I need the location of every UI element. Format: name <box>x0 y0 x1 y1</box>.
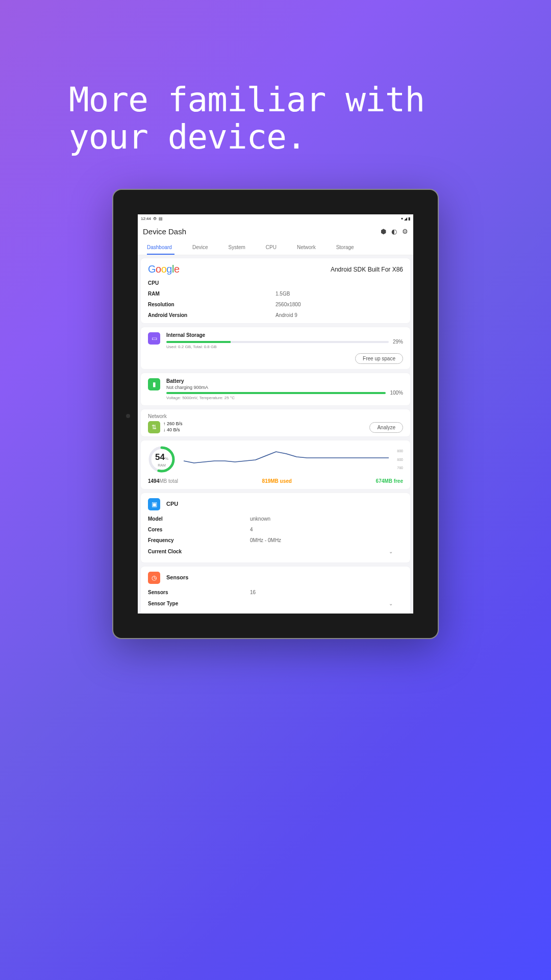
cpu-row-value: 0MHz - 0MHz <box>250 537 281 543</box>
wifi-icon: ▾ <box>401 216 403 221</box>
battery-sub: Voltage: 5000mV, Temperature: 25 °C <box>166 396 403 400</box>
ram-total-value: 1494 <box>148 478 159 484</box>
network-card: Network ⇅ ↑ 260 B/s ↓ 40 B/s Analyze <box>141 409 410 436</box>
sensors-row-label: Sensors <box>148 590 250 595</box>
device-overview-card: Google Android SDK Built For X86 CPU RAM… <box>141 258 410 323</box>
signal-icon: ◢ <box>404 216 407 221</box>
app-bar: Device Dash ⬢ ◐ ⚙ <box>138 223 413 240</box>
storage-title: Internal Storage <box>166 332 403 338</box>
battery-title: Battery <box>166 378 403 384</box>
cpu-row-label: Model <box>148 516 250 522</box>
battery-progress-bar <box>166 392 386 394</box>
app-title: Device Dash <box>143 227 186 236</box>
google-logo: Google <box>148 263 180 275</box>
ram-card: 54% RAM 800 800 780 1494MB total <box>141 440 410 489</box>
ram-used-value: 819 <box>262 478 271 484</box>
tab-storage[interactable]: Storage <box>326 240 364 255</box>
spec-value: 1.5GB <box>276 291 290 297</box>
network-down: ↓ 40 B/s <box>163 427 183 433</box>
status-bar: 12:44 ⚙ ▤ ▾ ◢ ▮ <box>138 214 413 223</box>
analyze-button[interactable]: Analyze <box>369 422 403 433</box>
sensors-title: Sensors <box>166 574 188 580</box>
spec-label: RAM <box>148 291 276 297</box>
sensor-type-expander[interactable]: Sensor Type ⌄ <box>148 598 403 609</box>
tab-indicator <box>147 254 174 255</box>
settings-icon[interactable]: ⚙ <box>402 228 408 235</box>
tab-network[interactable]: Network <box>287 240 326 255</box>
storage-sub: Used: 0.2 GB, Total: 0.8 GB <box>166 345 403 349</box>
marketing-headline: More familiar withyour device. <box>0 0 551 156</box>
storage-icon: ▭ <box>148 332 160 345</box>
spark-y-ticks: 800 800 780 <box>397 449 403 470</box>
ram-gauge: 54% RAM <box>148 446 176 473</box>
battery-percent: 100% <box>390 390 403 396</box>
tab-cpu[interactable]: CPU <box>256 240 287 255</box>
cpu-row-label: Cores <box>148 527 250 532</box>
chevron-down-icon: ⌄ <box>389 549 393 554</box>
free-space-button[interactable]: Free up space <box>355 353 403 364</box>
network-up: ↑ 260 B/s <box>163 421 183 427</box>
battery-card: ▮ Battery Not charging 900mA 100% Voltag… <box>141 373 410 405</box>
device-name: Android SDK Built For X86 <box>331 266 403 273</box>
storage-progress-bar <box>166 341 389 343</box>
spec-label: Resolution <box>148 302 276 307</box>
spec-label: Android Version <box>148 312 276 318</box>
ram-sparkline <box>184 449 389 470</box>
sensors-row-value: 16 <box>250 590 256 595</box>
battery-box-icon: ▮ <box>148 378 160 390</box>
chevron-down-icon: ⌄ <box>389 601 393 606</box>
cpu-card: ▣ CPU Modelunknown Cores4 Frequency0MHz … <box>141 493 410 562</box>
tab-bar: Dashboard Device System CPU Network Stor… <box>138 240 413 255</box>
wifi-box-icon: ⇅ <box>148 421 160 433</box>
tab-device[interactable]: Device <box>182 240 218 255</box>
tablet-mockup: 12:44 ⚙ ▤ ▾ ◢ ▮ Device Dash ⬢ ◐ ⚙ Dashbo… <box>112 189 439 639</box>
battery-icon: ▮ <box>408 216 410 221</box>
content-scroll[interactable]: Google Android SDK Built For X86 CPU RAM… <box>138 255 413 614</box>
stack-icon: ▤ <box>159 216 163 221</box>
network-section-label: Network <box>148 413 403 419</box>
spec-value: Android 9 <box>276 312 297 318</box>
ram-free-value: 674 <box>376 478 385 484</box>
spec-label: CPU <box>148 280 276 286</box>
gear-icon: ⚙ <box>153 216 157 221</box>
cpu-row-value: unknown <box>250 516 270 522</box>
app-screen: 12:44 ⚙ ▤ ▾ ◢ ▮ Device Dash ⬢ ◐ ⚙ Dashbo… <box>138 214 413 614</box>
storage-percent: 29% <box>393 339 403 345</box>
cpu-row-label: Frequency <box>148 537 250 543</box>
storage-card: ▭ Internal Storage 29% Used: 0.2 GB, Tot… <box>141 327 410 369</box>
pro-badge-icon[interactable]: ⬢ <box>381 228 386 235</box>
battery-status: Not charging 900mA <box>166 385 403 390</box>
spec-value: 2560x1800 <box>276 302 301 307</box>
cpu-row-value: 4 <box>250 527 253 532</box>
sensor-gauge-icon: ◷ <box>148 572 160 584</box>
sensors-card: ◷ Sensors Sensors16 Sensor Type ⌄ <box>141 567 410 614</box>
tab-system[interactable]: System <box>218 240 256 255</box>
current-clock-expander[interactable]: Current Clock ⌄ <box>148 546 403 557</box>
theme-toggle-icon[interactable]: ◐ <box>391 228 397 235</box>
cpu-chip-icon: ▣ <box>148 498 160 510</box>
cpu-title: CPU <box>166 501 178 507</box>
status-time: 12:44 <box>141 216 151 221</box>
camera-dot-icon <box>126 414 130 418</box>
tab-dashboard[interactable]: Dashboard <box>138 240 182 255</box>
